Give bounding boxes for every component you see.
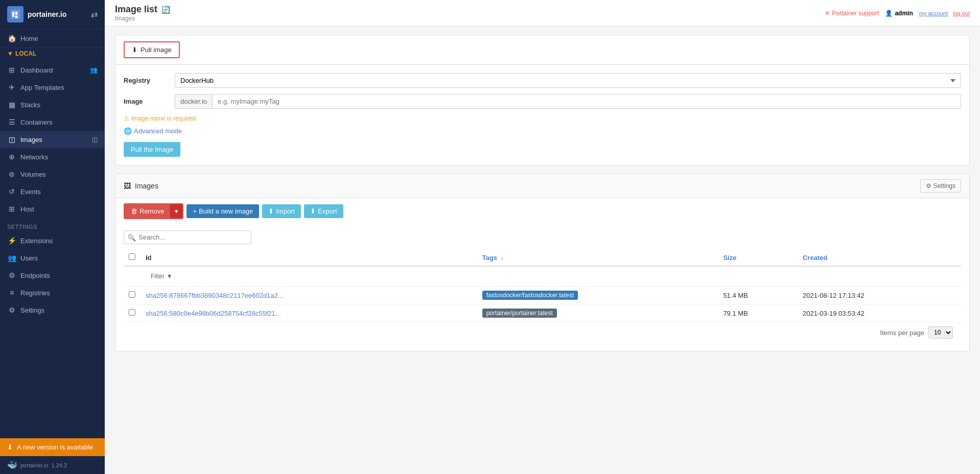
image-input[interactable] [212, 94, 961, 109]
sidebar-version-text: portainer.io [20, 462, 48, 468]
sidebar-item-label: Networks [20, 153, 98, 161]
sidebar-item-label: App Templates [20, 84, 98, 91]
row-checkbox-1[interactable] [129, 309, 135, 316]
sidebar: portainer.io ⇄ 🏠 Home ▼ LOCAL ⊞ Dashboar… [0, 0, 105, 474]
remove-dropdown-button[interactable]: ▾ [170, 204, 182, 218]
registry-label: Registry [124, 77, 175, 84]
sidebar-item-label: Dashboard [20, 66, 86, 74]
new-version-banner[interactable]: ⬇ A new version is available [0, 438, 105, 456]
my-account-link[interactable]: my account [919, 10, 948, 16]
sidebar-item-endpoints[interactable]: ⚙ Endpoints [0, 267, 105, 284]
page-subtitle: Images [115, 15, 170, 22]
sidebar-item-volumes[interactable]: ⊚ Volumes [0, 165, 105, 183]
import-button[interactable]: ⬆ Import [262, 204, 301, 218]
registries-icon: ≡ [7, 289, 16, 297]
page-header: Image list 🔄 Images ✕ Portainer support … [105, 0, 980, 27]
endpoint-arrow: ▼ [7, 50, 13, 57]
col-checkbox [124, 249, 141, 266]
header-right: ✕ Portainer support 👤 admin my account l… [825, 10, 970, 17]
tags-sort-icon: ↕ [501, 255, 503, 261]
sidebar-item-networks[interactable]: ⊕ Networks [0, 148, 105, 165]
app-templates-icon: ✈ [7, 83, 16, 91]
images-table: Id Tags ↕ Size Created [124, 249, 961, 322]
warning-icon: ⚠ [124, 115, 129, 122]
sidebar-item-label: Volumes [20, 171, 98, 178]
row-checkbox-cell [124, 304, 141, 322]
sidebar-item-settings[interactable]: ⚙ Settings [0, 301, 105, 319]
sidebar-item-label: Containers [20, 118, 98, 126]
sidebar-logo-text: portainer.io [28, 10, 66, 18]
settings-icon: ⚙ [7, 306, 16, 314]
sidebar-item-stacks[interactable]: ▦ Stacks [0, 96, 105, 113]
images-panel-header: 🖼 Images ⚙ Settings [115, 174, 969, 198]
sidebar-item-label: Images [20, 136, 88, 144]
users-icon: 👥 [7, 254, 16, 262]
sidebar-item-label: Endpoints [20, 272, 98, 279]
svg-point-3 [15, 16, 18, 18]
table-header-row: Id Tags ↕ Size Created [124, 249, 961, 266]
sidebar-item-containers[interactable]: ☰ Containers [0, 113, 105, 131]
stacks-icon: ▦ [7, 101, 16, 109]
dashboard-icon-right: 👥 [90, 66, 98, 74]
row-checkbox-0[interactable] [129, 291, 135, 298]
header-left: Image list 🔄 Images [115, 4, 170, 22]
sidebar-item-events[interactable]: ↺ Events [0, 183, 105, 200]
refresh-icon[interactable]: 🔄 [161, 6, 170, 14]
sidebar-logo[interactable]: portainer.io ⇄ [0, 0, 105, 29]
filter-icon: ▼ [167, 273, 173, 280]
images-icon: ◫ [7, 135, 16, 144]
images-settings-button[interactable]: ⚙ Settings [920, 179, 961, 193]
gear-icon: ⚙ [926, 182, 931, 189]
search-input[interactable] [124, 230, 251, 244]
table-row: sha256:580c0e4e98b06d258754cf28c55f21...… [124, 304, 961, 322]
export-button[interactable]: ⬇ Export [304, 204, 343, 218]
remove-button[interactable]: 🗑 Remove [125, 204, 170, 218]
sidebar-item-label: Registries [20, 289, 98, 297]
col-created-header: Created [798, 249, 961, 266]
pull-the-image-label: Pull the Image [131, 146, 173, 153]
image-required-warning: ⚠ Image name is required. [124, 115, 961, 122]
search-wrap: 🔍 [124, 230, 251, 244]
support-text: Portainer support [832, 10, 879, 17]
sidebar-item-users[interactable]: 👥 Users [0, 249, 105, 267]
sidebar-item-dashboard[interactable]: ⊞ Dashboard 👥 [0, 61, 105, 79]
sidebar-item-extensions[interactable]: ⚡ Extensions [0, 232, 105, 249]
image-group: Image docker.io [124, 94, 961, 109]
per-page-select[interactable]: 10 25 50 [928, 326, 953, 339]
import-icon: ⬆ [268, 207, 274, 215]
row-size-cell: 79.1 MB [718, 304, 798, 322]
col-tags-header[interactable]: Tags ↕ [477, 249, 718, 266]
sidebar-item-images[interactable]: ◫ Images ◫ [0, 131, 105, 148]
header-support[interactable]: ✕ Portainer support [825, 10, 879, 17]
chevron-down-icon: ▾ [175, 207, 178, 215]
sidebar-item-host[interactable]: ⊞ Host [0, 200, 105, 218]
images-panel-icon: 🖼 [124, 182, 131, 190]
sidebar-transfer-icon[interactable]: ⇄ [91, 10, 98, 19]
sidebar-item-registries[interactable]: ≡ Registries [0, 284, 105, 301]
sidebar-home-label: Home [20, 35, 38, 42]
row-id-link[interactable]: sha256:580c0e4e98b06d258754cf28c55f21... [146, 310, 281, 317]
row-id-link[interactable]: sha256:878667fbb3890348c2117ee602d1a2... [146, 292, 284, 299]
pull-image-button[interactable]: ⬇ Pull image [124, 41, 180, 58]
build-label: Build a new image [199, 207, 253, 215]
images-panel-title-text: Images [135, 182, 158, 190]
sidebar-item-app-templates[interactable]: ✈ App Templates [0, 79, 105, 96]
registry-select[interactable]: DockerHub [175, 73, 961, 88]
search-row: 🔍 [115, 230, 969, 249]
pull-the-image-button[interactable]: Pull the Image [124, 142, 180, 157]
row-size-cell: 51.4 MB [718, 287, 798, 304]
images-icon-right: ◫ [92, 136, 98, 143]
col-size-header: Size [718, 249, 798, 266]
sidebar-item-label: Settings [20, 306, 98, 314]
globe-icon: 🌐 [124, 127, 132, 135]
advanced-mode-link[interactable]: 🌐 Advanced mode [124, 127, 961, 135]
filter-row: Filter ▼ [124, 266, 961, 287]
sidebar-item-home[interactable]: 🏠 Home [0, 29, 105, 48]
select-all-checkbox[interactable] [129, 253, 135, 260]
build-image-button[interactable]: + Build a new image [186, 204, 259, 218]
dashboard-icon: ⊞ [7, 66, 16, 74]
log-out-link[interactable]: log out [953, 10, 970, 16]
admin-name: admin [895, 10, 913, 17]
sidebar-item-label: Users [20, 254, 98, 262]
settings-btn-label: Settings [934, 182, 955, 189]
